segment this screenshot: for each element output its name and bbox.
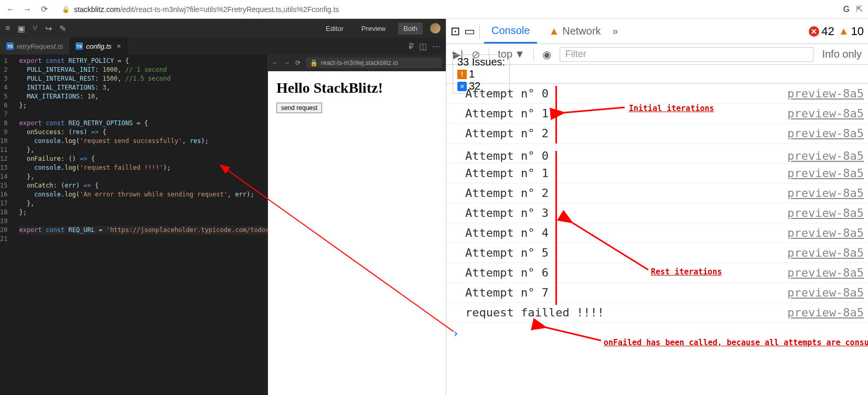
console-source-link[interactable]: preview-8a5 bbox=[787, 127, 868, 140]
google-icon[interactable]: G bbox=[843, 5, 850, 14]
preview-view-button[interactable]: Preview bbox=[356, 23, 391, 35]
warning-count[interactable]: ▲ 10 bbox=[839, 25, 864, 38]
both-view-button[interactable]: Both bbox=[398, 23, 423, 35]
edit-icon[interactable]: ✎ bbox=[59, 24, 66, 34]
warning-icon: ▲ bbox=[549, 25, 559, 37]
error-count[interactable]: ✕ 42 bbox=[809, 25, 834, 38]
console-source-link[interactable]: preview-8a5 bbox=[787, 107, 868, 120]
more-icon[interactable]: ⋯ bbox=[432, 41, 441, 51]
annotation-rest: Rest iterations bbox=[651, 267, 722, 277]
inspect-icon[interactable]: ⊡ bbox=[451, 25, 460, 38]
more-tabs-icon[interactable]: » bbox=[613, 25, 618, 37]
close-icon[interactable]: × bbox=[117, 42, 121, 50]
console-row: Attempt n° 3preview-8a5 bbox=[446, 203, 868, 223]
console-row: Attempt n° 2preview-8a5 bbox=[446, 183, 868, 203]
back-icon[interactable]: ← bbox=[5, 4, 16, 15]
devtools-pane: ⊡ ▭ Console ▲ Network » ✕ 42 ▲ 10 ▶| bbox=[446, 19, 868, 395]
console-message: Attempt n° 2 bbox=[465, 186, 787, 200]
menu-icon[interactable]: ≡ bbox=[5, 24, 10, 33]
device-icon[interactable]: ▭ bbox=[464, 25, 475, 38]
console-source-link[interactable]: preview-8a5 bbox=[787, 186, 868, 200]
tabs-right-icons: ₽ ◫ ⋯ bbox=[409, 38, 446, 54]
code-content: export const RETRY_POLICY = { PULL_INTER… bbox=[14, 54, 284, 395]
url-text: stackblitz.com/edit/react-ts-m3nlwj?file… bbox=[74, 5, 339, 14]
console-source-link[interactable]: preview-8a5 bbox=[787, 266, 868, 279]
tab-label: retryRequest.ts bbox=[17, 42, 63, 50]
console-message: Attempt n° 0 bbox=[465, 149, 787, 162]
share-icon[interactable]: ↪ bbox=[45, 24, 52, 34]
editor-tabs: TS retryRequest.ts TS config.ts × ₽ ◫ ⋯ bbox=[0, 38, 446, 54]
chrome-right-icons: G ⇱ bbox=[843, 4, 863, 14]
annotation-initial: Initial iterations bbox=[629, 104, 714, 113]
issue-warn-count: 1 bbox=[469, 68, 475, 80]
preview-back-icon[interactable]: ← bbox=[272, 59, 278, 67]
console-message: Attempt n° 6 bbox=[465, 266, 787, 279]
send-request-button[interactable]: send request bbox=[276, 103, 322, 113]
lock-icon: 🔒 bbox=[310, 59, 318, 67]
split-icon[interactable]: ◫ bbox=[419, 41, 427, 51]
console-source-link[interactable]: preview-8a5 bbox=[787, 306, 868, 319]
tab-retryrequest[interactable]: TS retryRequest.ts bbox=[0, 38, 69, 54]
console-row: Attempt n° 0preview-8a5 bbox=[446, 144, 868, 163]
reload-icon[interactable]: ⟳ bbox=[39, 4, 49, 15]
error-icon: ✕ bbox=[809, 26, 819, 37]
forward-icon[interactable]: → bbox=[22, 4, 33, 15]
console-message: Attempt n° 2 bbox=[465, 127, 787, 140]
network-tab-label: Network bbox=[562, 25, 601, 37]
prettier-icon[interactable]: ₽ bbox=[409, 41, 414, 51]
code-editor[interactable]: 123456789101112131415161718192021 export… bbox=[0, 54, 267, 395]
annotation-onfailed: onFailed has been called, because all at… bbox=[604, 338, 868, 347]
preview-url-text: react-ts-m3nlwj.stackblitz.io bbox=[321, 59, 398, 67]
console-row: Attempt n° 2preview-8a5 bbox=[446, 124, 868, 144]
level-filter[interactable]: Info only bbox=[822, 48, 862, 60]
preview-reload-icon[interactable]: ⟳ bbox=[295, 59, 301, 67]
console-row: Attempt n° 0preview-8a5 bbox=[446, 84, 868, 104]
console-message: Attempt n° 0 bbox=[465, 87, 787, 100]
warning-number: 10 bbox=[851, 25, 864, 38]
warning-icon: ▲ bbox=[839, 25, 849, 37]
save-icon[interactable]: ▣ bbox=[17, 24, 25, 34]
console-row: Attempt n° 4preview-8a5 bbox=[446, 223, 868, 243]
console-message: request failled !!!! bbox=[465, 306, 787, 319]
chevron-down-icon: ▼ bbox=[515, 48, 525, 60]
console-source-link[interactable]: preview-8a5 bbox=[787, 206, 868, 220]
console-message: Attempt n° 4 bbox=[465, 226, 787, 239]
console-output: Attempt n° 0preview-8a5Attempt n° 1previ… bbox=[446, 84, 868, 395]
console-source-link[interactable]: preview-8a5 bbox=[787, 167, 868, 180]
avatar[interactable] bbox=[430, 23, 441, 34]
console-row: Attempt n° 1preview-8a5 bbox=[446, 163, 868, 183]
sb-header: ≡ ▣ ⑂ ↪ ✎ Editor Preview Both bbox=[0, 19, 446, 38]
tab-config[interactable]: TS config.ts × bbox=[69, 38, 127, 54]
console-source-link[interactable]: preview-8a5 bbox=[787, 246, 868, 259]
error-number: 42 bbox=[821, 25, 834, 38]
line-gutter: 123456789101112131415161718192021 bbox=[0, 54, 14, 395]
preview-url[interactable]: 🔒 react-ts-m3nlwj.stackblitz.io bbox=[306, 58, 442, 68]
console-message: Attempt n° 3 bbox=[465, 206, 787, 220]
console-message: Attempt n° 1 bbox=[465, 107, 787, 120]
console-tab[interactable]: Console bbox=[484, 19, 537, 43]
console-message: Attempt n° 5 bbox=[465, 246, 787, 259]
url-bar[interactable]: 🔒 stackblitz.com/edit/react-ts-m3nlwj?fi… bbox=[56, 2, 837, 17]
console-row: request failled !!!!preview-8a5 bbox=[446, 303, 868, 323]
console-source-link[interactable]: preview-8a5 bbox=[787, 286, 868, 299]
ts-icon: TS bbox=[76, 42, 83, 50]
issues-bar: 33 Issues: ! 1 ≡ 32 bbox=[446, 65, 868, 84]
live-expression-icon[interactable]: ◉ bbox=[542, 48, 551, 61]
preview-content: Hello StackBlitz! send request bbox=[268, 71, 446, 395]
fork-icon[interactable]: ⑂ bbox=[33, 24, 38, 33]
network-tab[interactable]: ▲ Network bbox=[541, 19, 608, 43]
filter-input[interactable]: Filter bbox=[560, 47, 814, 62]
console-message: Attempt n° 1 bbox=[465, 167, 787, 180]
console-source-link[interactable]: preview-8a5 bbox=[787, 149, 868, 162]
issues-label: 33 Issues: bbox=[457, 56, 505, 68]
install-icon[interactable]: ⇱ bbox=[856, 4, 863, 14]
issue-warning-icon: ! bbox=[457, 70, 467, 79]
lock-icon: 🔒 bbox=[62, 6, 70, 13]
console-row: Attempt n° 7preview-8a5 bbox=[446, 283, 868, 303]
preview-pane: ← → ⟳ 🔒 react-ts-m3nlwj.stackblitz.io He… bbox=[267, 54, 446, 395]
devtools-header: ⊡ ▭ Console ▲ Network » ✕ 42 ▲ 10 bbox=[446, 19, 868, 44]
console-source-link[interactable]: preview-8a5 bbox=[787, 87, 868, 100]
console-source-link[interactable]: preview-8a5 bbox=[787, 226, 868, 239]
editor-view-button[interactable]: Editor bbox=[320, 23, 349, 35]
preview-forward-icon[interactable]: → bbox=[284, 59, 290, 67]
